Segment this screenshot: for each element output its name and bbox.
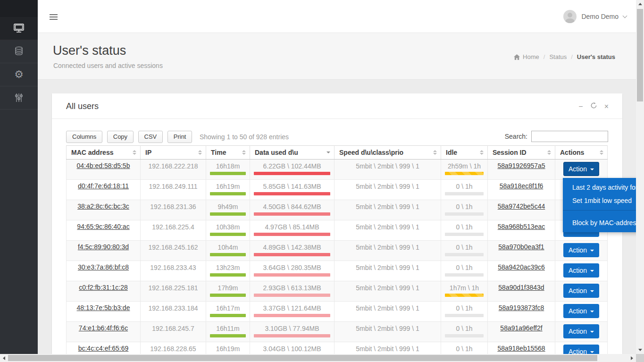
sidebar-item-settings[interactable]: ⚙: [0, 63, 38, 86]
refresh-icon[interactable]: [590, 102, 597, 111]
action-button[interactable]: Action: [563, 263, 599, 278]
collapse-icon[interactable]: −: [578, 102, 583, 111]
speed-cell: 5mbit \ 2mbit \ 999 \ 1: [335, 261, 441, 281]
table-row: 48:13:7e:5b:b3:de 192.168.233.184 16h17m…: [67, 302, 608, 322]
session-link[interactable]: 58a968b513eac: [498, 223, 545, 230]
showing-entries-text: Showing 1 to 50 of 928 entries: [200, 131, 289, 143]
csv-button[interactable]: CSV: [138, 131, 163, 143]
mac-link[interactable]: 48:13:7e:5b:b3:de: [77, 304, 130, 311]
session-link[interactable]: 58a918eb15568: [497, 345, 545, 352]
data-progress-bar: [254, 253, 330, 256]
horizontal-scrollbar[interactable]: [0, 354, 636, 362]
mac-link[interactable]: 38:a2:8c:6c:bc:3c: [77, 202, 129, 210]
breadcrumb-separator: /: [571, 53, 573, 60]
scroll-right-arrow-icon[interactable]: [628, 354, 636, 362]
time-cell: 10h38m: [206, 220, 250, 241]
table-row: 04:4b:ed:58:d5:5b 192.168.222.218 16h18m…: [67, 160, 608, 180]
action-button[interactable]: Action: [563, 304, 599, 318]
sidebar-item-tools[interactable]: [0, 86, 38, 109]
time-progress-bar: [210, 172, 246, 175]
session-link[interactable]: 58a9420ac39c6: [498, 263, 545, 271]
idle-cell: 0 \ 1h: [441, 322, 488, 342]
scroll-left-arrow-icon[interactable]: [0, 354, 8, 362]
column-header[interactable]: IP: [141, 146, 206, 160]
breadcrumb-status-link[interactable]: Status: [549, 53, 567, 60]
avatar: [563, 10, 577, 23]
session-link[interactable]: 58a91926957a5: [497, 162, 545, 169]
session-link[interactable]: 58a9742be5c44: [498, 202, 545, 210]
breadcrumb-home-link[interactable]: Home: [523, 53, 539, 60]
search-area: Search:: [505, 131, 608, 142]
ip-cell: 192.168.233.184: [141, 302, 206, 322]
sidebar-item-status[interactable]: [0, 17, 38, 40]
session-link[interactable]: 58a9193873fc8: [499, 304, 544, 311]
mac-link[interactable]: 04:4b:ed:58:d5:5b: [77, 162, 130, 169]
session-link[interactable]: 58a970b0ea3f1: [498, 243, 544, 251]
vertical-scrollbar[interactable]: [636, 0, 644, 354]
caret-down-icon: [590, 351, 594, 353]
mac-link[interactable]: bc:4c:c4:ef:65:69: [78, 345, 129, 352]
idle-progress-bar: [445, 192, 484, 195]
menu-item-block-by-mac[interactable]: Block by MAC-address: [563, 216, 644, 229]
session-link[interactable]: 58a91a96eff2f: [500, 324, 542, 332]
menu-item-last-2-days-activity[interactable]: Last 2 days activity for t: [563, 181, 644, 194]
copy-button[interactable]: Copy: [107, 131, 134, 143]
user-menu[interactable]: Demo Demo: [563, 0, 627, 33]
data-progress-bar: [254, 212, 330, 216]
session-cell: 58a91a96eff2f: [488, 322, 555, 342]
mac-cell: 38:a2:8c:6c:bc:3c: [67, 200, 141, 220]
mac-cell: 30:e3:7a:86:bf:c8: [67, 261, 141, 281]
data-used-cell: 4.97GB \ 85.14MB: [250, 220, 335, 241]
column-header[interactable]: Data used d\u: [250, 146, 335, 160]
mac-link[interactable]: c0:f2:fb:31:1c:28: [79, 284, 128, 291]
menu-item-set-low-speed[interactable]: Set 1mbit low speed: [563, 194, 644, 207]
mac-link[interactable]: f4:5c:89:90:80:3d: [78, 243, 129, 251]
table-row: 74:e1:b6:4f:f6:6c 192.168.245.7 16h11m 3…: [67, 322, 608, 342]
mac-link[interactable]: 30:e3:7a:86:bf:c8: [78, 263, 129, 271]
horizontal-scrollbar-thumb[interactable]: [8, 355, 597, 361]
idle-cell: 0 \ 1h: [441, 180, 488, 200]
data-used-cell: 3.64GB \ 280.35MB: [250, 261, 335, 281]
action-button[interactable]: Action: [563, 324, 599, 338]
caret-down-icon: [590, 311, 594, 312]
time-cell: 16h18m: [206, 160, 250, 180]
database-icon: [13, 46, 25, 57]
data-used-cell: 4.50GB \ 844.62MB: [250, 200, 335, 220]
sidebar-item-database[interactable]: [0, 40, 38, 63]
idle-cell: 2h59m \ 1h: [441, 160, 488, 180]
caret-down-icon: [590, 331, 594, 333]
columns-button[interactable]: Columns: [66, 131, 102, 143]
mac-link[interactable]: d0:4f:7e:6d:18:11: [78, 182, 129, 190]
scroll-up-arrow-icon[interactable]: [636, 0, 644, 8]
action-button[interactable]: Action: [563, 243, 599, 257]
column-header[interactable]: MAC address: [67, 146, 141, 160]
print-button[interactable]: Print: [167, 131, 192, 143]
search-input[interactable]: [531, 131, 608, 142]
action-button[interactable]: Action: [563, 162, 599, 176]
mac-link[interactable]: 94:65:9c:86:40:ac: [77, 223, 129, 230]
speed-cell: 5mbit \ 2mbit \ 999 \ 1: [335, 160, 441, 180]
scroll-down-arrow-icon[interactable]: [636, 346, 644, 354]
session-link[interactable]: 58a90d1f3843d: [498, 284, 544, 291]
column-header[interactable]: Actions: [555, 146, 608, 160]
session-link[interactable]: 58a918ec8f1f6: [500, 182, 544, 190]
speed-cell: 5mbit \ 2mbit \ 999 \ 1: [335, 322, 441, 342]
column-header[interactable]: Idle: [441, 146, 488, 160]
time-progress-bar: [210, 273, 246, 277]
data-progress-bar: [254, 334, 330, 337]
idle-cell: 1h7m \ 1h: [441, 281, 488, 302]
home-icon: [514, 54, 520, 60]
hamburger-menu-icon[interactable]: [50, 14, 58, 21]
mac-link[interactable]: 74:e1:b6:4f:f6:6c: [79, 324, 128, 332]
panel-title: All users: [66, 101, 99, 111]
column-header[interactable]: Time: [206, 146, 250, 160]
vertical-scrollbar-thumb[interactable]: [637, 9, 643, 101]
speed-cell: 5mbit \ 2mbit \ 999 \ 1: [335, 200, 441, 220]
data-progress-bar: [254, 233, 330, 236]
close-icon[interactable]: ×: [604, 102, 609, 111]
idle-progress-bar: [445, 334, 484, 337]
monitor-icon: [13, 23, 25, 34]
column-header[interactable]: Session ID: [488, 146, 555, 160]
action-button[interactable]: Action: [563, 284, 599, 298]
column-header[interactable]: Speed d\u\class\prio: [335, 146, 441, 160]
